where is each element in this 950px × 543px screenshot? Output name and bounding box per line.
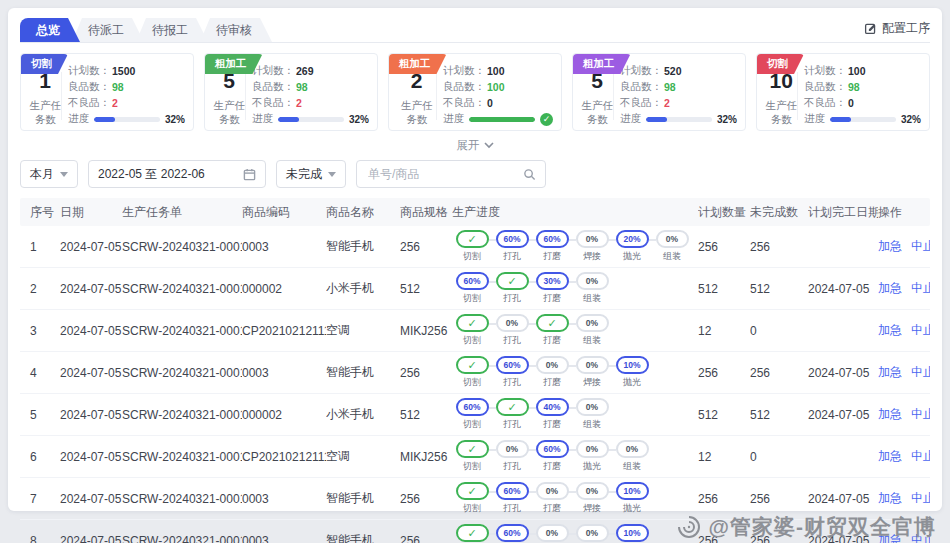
plan-count-value: 100 — [848, 65, 866, 77]
expand-toggle[interactable]: 展开 — [20, 138, 930, 153]
process-step: 60%打孔 — [492, 524, 532, 543]
step-label: 打孔 — [503, 418, 521, 431]
plan-count-label: 计划数： — [804, 64, 846, 78]
row-product-name: 智能手机 — [326, 364, 400, 381]
row-order: SCRW-20240321-0001 — [122, 534, 242, 543]
edit-square-icon — [864, 22, 877, 35]
chevron-down-icon — [60, 172, 68, 177]
step-label: 焊接 — [583, 250, 601, 263]
row-actions: 加急中止 — [878, 280, 930, 297]
step-label: 打孔 — [503, 460, 521, 473]
task-count-label: 生产任务数 — [397, 99, 436, 127]
step-label: 打磨 — [543, 292, 561, 305]
column-header-计划完工日期: 计划完工日期 — [808, 204, 878, 221]
bad-count-label: 不良品： — [443, 96, 485, 110]
step-pill: 0% — [536, 524, 569, 542]
step-label: 打孔 — [503, 376, 521, 389]
row-index: 7 — [20, 492, 60, 506]
row-order: SCRW-20240321-0001急 — [122, 240, 242, 254]
plan-count-label: 计划数： — [620, 64, 662, 78]
chevron-down-icon — [328, 172, 336, 177]
configure-process-label: 配置工序 — [882, 20, 930, 37]
summary-card: 粗加工5生产任务数计划数：269良品数：98不良品：2进度32% — [204, 53, 378, 131]
step-pill: 0% — [576, 314, 609, 332]
date-range-picker[interactable]: 2022-05 至 2022-06 — [88, 160, 266, 188]
progress-label: 进度 — [443, 112, 464, 126]
tab-总览[interactable]: 总览 — [20, 18, 80, 42]
expedite-link[interactable]: 加急 — [878, 364, 902, 381]
process-step: ✓打孔 — [492, 272, 532, 305]
row-actions: 加急中止 — [878, 364, 930, 381]
process-step: 60%打孔 — [492, 482, 532, 515]
row-date: 2024-07-05 — [60, 240, 122, 254]
plan-count-label: 计划数： — [68, 64, 110, 78]
expedite-link[interactable]: 加急 — [878, 322, 902, 339]
date-range-value: 2022-05 至 2022-06 — [98, 166, 205, 183]
step-label: 打磨 — [543, 418, 561, 431]
row-date: 2024-07-05 — [60, 282, 122, 296]
row-product-code: 0003 — [242, 492, 326, 506]
step-pill: 0% — [576, 356, 609, 374]
configure-process-button[interactable]: 配置工序 — [864, 20, 930, 41]
abort-link[interactable]: 中止 — [911, 490, 930, 507]
row-actions: 加急中止 — [878, 448, 930, 465]
expedite-link[interactable]: 加急 — [878, 406, 902, 423]
period-select[interactable]: 本月 — [20, 160, 78, 188]
row-progress-steps: ✓切割60%打孔0%打磨0%焊接10%抛光 — [452, 524, 698, 543]
column-header-生产进度: 生产进度 — [452, 204, 698, 221]
process-step: 10%抛光 — [612, 356, 652, 389]
expedite-link[interactable]: 加急 — [878, 448, 902, 465]
expedite-link[interactable]: 加急 — [878, 280, 902, 297]
column-header-日期: 日期 — [60, 204, 122, 221]
bad-count-label: 不良品： — [804, 96, 846, 110]
progress-bar — [278, 117, 344, 122]
search-input[interactable] — [366, 166, 510, 182]
chevron-down-icon — [484, 142, 494, 149]
status-select[interactable]: 未完成 — [276, 160, 346, 188]
process-step: 40%打磨 — [532, 398, 572, 431]
task-count-label: 生产任务数 — [765, 99, 797, 127]
tab-待报工[interactable]: 待报工 — [136, 18, 208, 42]
row-order: SCRW-20240321-0001 — [122, 450, 242, 464]
process-step: 0%打磨 — [532, 482, 572, 515]
abort-link[interactable]: 中止 — [911, 448, 930, 465]
bad-count: 不良品：2 — [620, 96, 737, 110]
process-step: 0%打磨 — [532, 356, 572, 389]
tab-待派工[interactable]: 待派工 — [72, 18, 144, 42]
expedite-link[interactable]: 加急 — [878, 490, 902, 507]
expedite-link[interactable]: 加急 — [878, 238, 902, 255]
progress-percent: 32% — [717, 114, 737, 125]
row-product-code: 0003 — [242, 534, 326, 543]
watermark: @管家婆-财贸双全官博 — [676, 513, 936, 541]
good-count-label: 良品数： — [804, 80, 846, 94]
abort-link[interactable]: 中止 — [911, 322, 930, 339]
card-metrics: 计划数：100良品数：100不良品：0进度✓ — [443, 62, 553, 128]
row-product-spec: 256 — [400, 534, 452, 543]
process-step: ✓切割 — [452, 482, 492, 515]
progress-bar-fill — [278, 117, 299, 122]
row-plan-qty: 12 — [698, 324, 750, 338]
process-step: 10%抛光 — [612, 524, 652, 543]
column-header-计划数量: 计划数量 — [698, 204, 750, 221]
step-label: 切割 — [463, 502, 481, 515]
row-product-name: 空调 — [326, 448, 400, 465]
plan-count-value: 269 — [296, 65, 314, 77]
process-step: 0%抛光 — [572, 440, 612, 473]
process-step: 0%组装 — [572, 314, 612, 347]
task-count-label: 生产任务数 — [29, 99, 61, 127]
search-icon[interactable] — [523, 168, 536, 181]
abort-link[interactable]: 中止 — [911, 280, 930, 297]
row-product-spec: 512 — [400, 408, 452, 422]
abort-link[interactable]: 中止 — [911, 238, 930, 255]
column-header-未完成数: 未完成数 — [750, 204, 808, 221]
abort-link[interactable]: 中止 — [911, 406, 930, 423]
tab-待审核[interactable]: 待审核 — [200, 18, 272, 42]
card-metrics: 计划数：520良品数：98不良品：2进度32% — [620, 62, 737, 128]
step-label: 切割 — [463, 334, 481, 347]
progress-percent: 32% — [165, 114, 185, 125]
process-step: 30%打磨 — [532, 272, 572, 305]
abort-link[interactable]: 中止 — [911, 364, 930, 381]
step-label: 组装 — [623, 460, 641, 473]
good-count: 良品数：98 — [620, 80, 737, 94]
good-count-label: 良品数： — [443, 80, 485, 94]
